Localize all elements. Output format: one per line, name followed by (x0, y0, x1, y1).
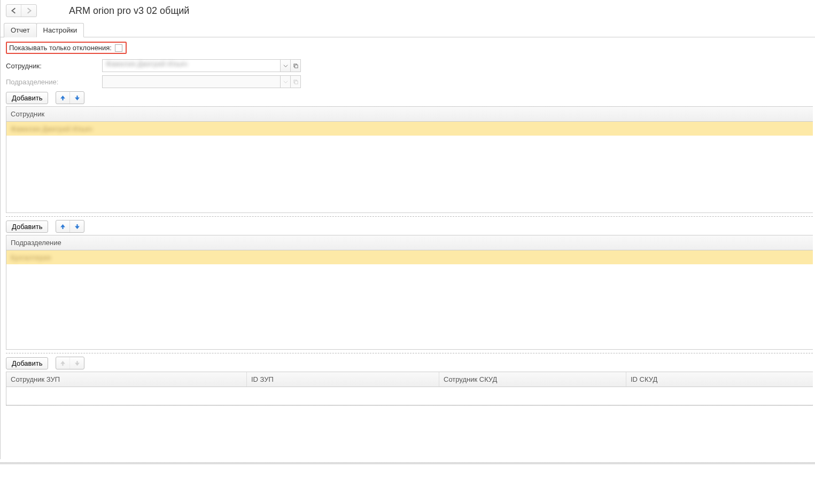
departments-grid: Подразделение Бухгалтерия (6, 235, 813, 350)
employee-combo: Фамилия Дмитрий Ильич (102, 59, 301, 72)
employees-grid-header: Сотрудник (6, 107, 813, 122)
bottom-shadow (0, 462, 815, 464)
arrow-up-icon (60, 224, 66, 230)
move-down-button (70, 357, 84, 369)
mapping-grid-header: Сотрудник ЗУП ID ЗУП Сотрудник СКУД ID С… (6, 372, 813, 387)
move-group-departments (56, 220, 84, 233)
arrow-down-icon (74, 95, 80, 101)
employee-open-button[interactable] (290, 59, 301, 72)
col-employee-zup: Сотрудник ЗУП (6, 372, 247, 387)
add-button-departments[interactable]: Добавить (6, 220, 48, 233)
mapping-grid: Сотрудник ЗУП ID ЗУП Сотрудник СКУД ID С… (6, 372, 813, 406)
nav-button-group (6, 4, 37, 17)
arrow-up-icon (60, 360, 66, 366)
back-button[interactable] (6, 5, 21, 17)
deviations-only-checkbox[interactable] (115, 44, 122, 52)
employee-label: Сотрудник: (6, 62, 102, 70)
arrow-down-icon (74, 224, 80, 230)
arrow-left-icon (11, 7, 17, 14)
deviations-only-row: Показывать только отклонения: (6, 42, 127, 54)
arrow-down-icon (74, 360, 80, 366)
col-employee-skud: Сотрудник СКУД (439, 372, 626, 387)
department-combo (102, 75, 301, 88)
page-title: АRМ orion pro v3 02 общий (69, 5, 189, 17)
forward-button[interactable] (21, 5, 36, 17)
employee-dropdown-button[interactable] (280, 59, 291, 72)
departments-grid-header: Подразделение (6, 235, 813, 250)
move-up-button[interactable] (56, 220, 70, 232)
move-group-mapping (56, 357, 84, 369)
tab-settings[interactable]: Настройки (36, 23, 84, 37)
separator (6, 216, 813, 217)
tab-bar: Отчет Настройки (1, 22, 815, 37)
chevron-down-icon (283, 80, 288, 84)
arrow-up-icon (60, 95, 66, 101)
employees-grid-row[interactable]: Фамилия Дмитрий Ильич (6, 122, 813, 136)
chevron-down-icon (283, 64, 288, 68)
add-button-employees[interactable]: Добавить (6, 92, 48, 104)
employees-grid: Сотрудник Фамилия Дмитрий Ильич (6, 106, 813, 213)
move-down-button[interactable] (70, 92, 84, 104)
move-down-button[interactable] (70, 220, 84, 232)
move-up-button[interactable] (56, 92, 70, 104)
deviations-only-label: Показывать только отклонения: (9, 44, 112, 52)
tab-report[interactable]: Отчет (4, 23, 37, 37)
move-group-employees (56, 91, 84, 104)
mapping-grid-body[interactable] (6, 387, 813, 405)
move-up-button (56, 357, 70, 369)
open-icon (293, 80, 298, 84)
department-open-button[interactable] (290, 75, 301, 88)
col-id-zup: ID ЗУП (247, 372, 439, 387)
arrow-right-icon (26, 7, 32, 14)
svg-rect-1 (294, 65, 297, 67)
svg-rect-3 (294, 81, 297, 83)
add-button-mapping[interactable]: Добавить (6, 357, 48, 369)
departments-grid-row[interactable]: Бухгалтерия (6, 250, 813, 264)
col-id-skud: ID СКУД (626, 372, 813, 387)
employee-input[interactable]: Фамилия Дмитрий Ильич (102, 59, 281, 72)
department-input[interactable] (102, 75, 281, 88)
department-dropdown-button[interactable] (280, 75, 291, 88)
open-icon (293, 64, 298, 68)
department-label: Подразделение: (6, 78, 102, 86)
separator (6, 353, 813, 353)
